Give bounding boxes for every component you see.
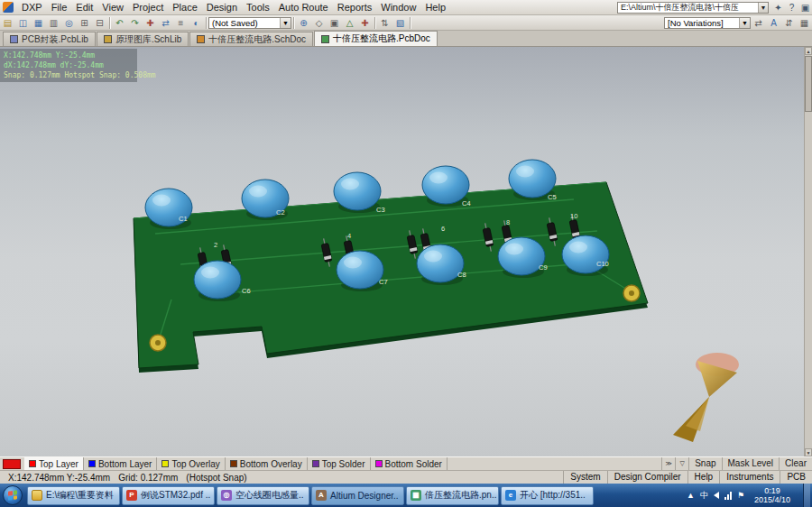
menu-dxp[interactable]: DXP: [17, 0, 47, 14]
active-layer-color-chip[interactable]: [3, 459, 21, 469]
capacitor[interactable]: [417, 244, 464, 285]
doc-tab-schdoc[interactable]: 十倍压整流电路.SchDoc: [189, 32, 313, 46]
taskbar-app-pdf[interactable]: P 例说STM32.pdf ..: [122, 486, 215, 505]
cross-select-icon[interactable]: ✚: [143, 16, 158, 30]
place-track-icon[interactable]: △: [342, 16, 357, 30]
capacitor[interactable]: [334, 172, 381, 213]
saved-view-combo[interactable]: (Not Saved) ▼: [208, 17, 291, 29]
network-icon[interactable]: [724, 492, 732, 500]
show-desktop-button[interactable]: [803, 484, 810, 507]
taskbar-app-altium[interactable]: A Altium Designer..: [311, 486, 404, 505]
folder-icon: [32, 490, 42, 501]
capacitor[interactable]: [194, 261, 241, 301]
taskbar-app-folder[interactable]: E:\编程\重要资料: [27, 486, 120, 505]
volume-icon[interactable]: [714, 492, 719, 499]
align-icon[interactable]: ⇅: [377, 16, 392, 30]
open-document-icon[interactable]: ◫: [15, 16, 31, 30]
mask-level-button[interactable]: Mask Level: [722, 457, 780, 470]
zoom-out-icon[interactable]: ⊟: [92, 16, 107, 30]
layer-tab-bottom-solder[interactable]: Bottom Solder: [371, 457, 448, 470]
undo-icon[interactable]: ↶: [112, 16, 127, 30]
zoom-icon[interactable]: ◎: [61, 16, 77, 30]
menu-view[interactable]: View: [97, 0, 128, 14]
scrollbar-thumb[interactable]: [805, 56, 812, 112]
clock-time: 0:19: [754, 486, 790, 495]
panel-button-instruments[interactable]: Instruments: [719, 471, 780, 484]
panel-button-help[interactable]: Help: [687, 471, 720, 484]
mounting-pad[interactable]: [623, 285, 640, 301]
taskbar-app-browser[interactable]: e 开心 [http://351..: [501, 486, 594, 505]
doc-tab-schlib[interactable]: 原理图库.SchLib: [97, 32, 189, 46]
place-via-icon[interactable]: ◇: [311, 16, 327, 30]
scroll-up-icon[interactable]: ▲: [805, 47, 812, 55]
place-string-icon[interactable]: ✚: [357, 16, 373, 30]
pcb-3d-canvas[interactable]: 2 4 6 8 10: [0, 47, 804, 456]
taskbar-clock[interactable]: 0:19 2015/4/10: [750, 486, 795, 504]
taskbar-app-image[interactable]: ▦ 倍压整流电路.pn..: [406, 486, 499, 505]
hidden-icons-icon[interactable]: ▲: [687, 491, 695, 500]
capacitor[interactable]: [145, 189, 192, 229]
layer-tab-top-layer[interactable]: Top Layer: [24, 457, 84, 470]
variations-combo[interactable]: [No Variations] ▼: [664, 17, 751, 29]
vertical-scrollbar[interactable]: ▲ ▼: [804, 47, 812, 456]
print-icon[interactable]: ▥: [46, 16, 61, 30]
redo-icon[interactable]: ↷: [127, 16, 143, 30]
designator-label: C9: [539, 263, 548, 272]
cross-probe-icon[interactable]: ⇄: [158, 16, 173, 30]
snap-button[interactable]: Snap: [688, 457, 721, 470]
pcb-3d-viewport[interactable]: 2 4 6 8 10: [0, 47, 812, 456]
menu-tools[interactable]: Tools: [242, 0, 274, 14]
combo-dropdown-icon[interactable]: ▼: [739, 18, 750, 28]
open-project-icon[interactable]: ▤: [0, 16, 15, 30]
place-pad-icon[interactable]: ⊕: [296, 16, 311, 30]
menu-auto-route[interactable]: Auto Route: [274, 0, 333, 14]
place-polygon-icon[interactable]: ▣: [327, 16, 342, 30]
hud-coordinates: X:142.748mm Y:-25.4mm: [4, 51, 134, 60]
combo-dropdown-icon[interactable]: ▼: [758, 3, 768, 13]
help-bubble-icon[interactable]: ?: [785, 3, 798, 13]
fit-board-icon[interactable]: ⊞: [77, 16, 92, 30]
menu-place[interactable]: Place: [168, 0, 202, 14]
menu-window[interactable]: Window: [376, 0, 420, 14]
layer-tab-bottom-overlay[interactable]: Bottom Overlay: [226, 457, 308, 470]
mask-icon[interactable]: ◐: [189, 16, 204, 30]
capacitor[interactable]: [498, 237, 545, 278]
rooms-icon[interactable]: ▧: [392, 16, 408, 30]
scroll-down-icon[interactable]: ▼: [805, 448, 812, 456]
combo-dropdown-icon[interactable]: ▼: [280, 18, 291, 28]
action-center-icon[interactable]: ⚑: [737, 491, 744, 500]
layer-tab-top-solder[interactable]: Top Solder: [308, 457, 371, 470]
save-icon[interactable]: ▦: [31, 16, 46, 30]
recent-document-combo[interactable]: E:\Altium\十倍压整流电路\十倍压 ▼: [617, 2, 769, 14]
layer-dropdown-icon[interactable]: ▽: [675, 457, 688, 470]
start-button[interactable]: [3, 485, 23, 505]
compare-icon[interactable]: ⇄: [751, 16, 766, 30]
doc-tab-pcbdoc-active[interactable]: 十倍压整流电路.PcbDoc: [314, 31, 438, 46]
capacitor[interactable]: [562, 235, 609, 276]
layer-tab-top-overlay[interactable]: Top Overlay: [157, 457, 225, 470]
dxp-logo-icon[interactable]: [3, 2, 14, 13]
more-layers-icon[interactable]: ≫: [661, 457, 675, 470]
menu-file[interactable]: File: [47, 0, 72, 14]
mounting-pad[interactable]: [150, 335, 166, 351]
annotate-icon[interactable]: A: [766, 16, 781, 30]
panel-button-design-compiler[interactable]: Design Compiler: [607, 471, 687, 484]
window-layout-icon[interactable]: ▣: [798, 3, 812, 13]
menu-reports[interactable]: Reports: [333, 0, 377, 14]
ime-language-icon[interactable]: 中: [700, 491, 708, 500]
panels-icon[interactable]: ▦: [797, 16, 812, 30]
taskbar-app-coil[interactable]: ◎ 空心线圈电感量..: [217, 486, 309, 505]
doc-tab-pcblib[interactable]: PCB封装.PcbLib: [3, 32, 96, 46]
menu-project[interactable]: Project: [128, 0, 168, 14]
capacitor[interactable]: [337, 251, 383, 291]
panel-button-pcb[interactable]: PCB: [780, 471, 812, 484]
menu-design[interactable]: Design: [202, 0, 242, 14]
layer-tab-bottom-layer[interactable]: Bottom Layer: [84, 457, 157, 470]
panel-button-system[interactable]: System: [563, 471, 606, 484]
filter-icon[interactable]: ≡: [173, 16, 189, 30]
menu-edit[interactable]: Edit: [71, 0, 97, 14]
clear-button[interactable]: Clear: [779, 457, 812, 470]
menu-help[interactable]: Help: [420, 0, 450, 14]
navigate-icon[interactable]: ⇵: [781, 16, 797, 30]
favorites-icon[interactable]: ✦: [771, 3, 785, 13]
